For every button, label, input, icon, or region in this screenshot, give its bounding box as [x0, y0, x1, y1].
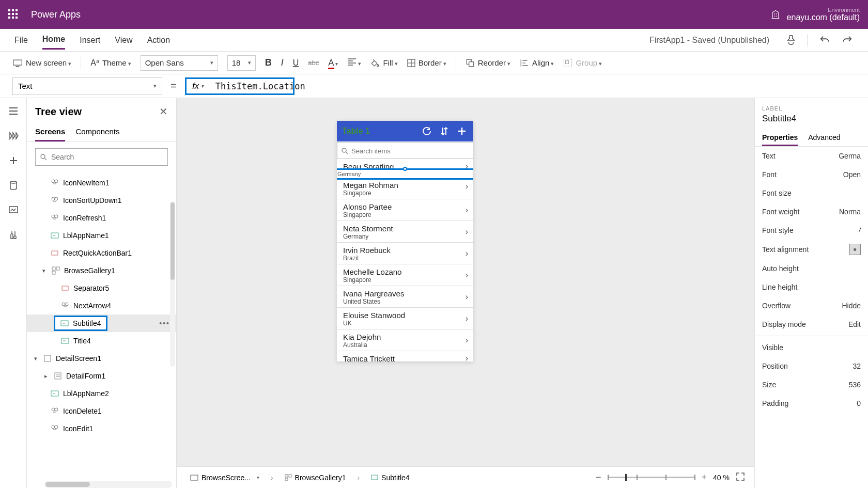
undo-button[interactable]: [818, 34, 831, 46]
chevron-right-icon[interactable]: ›: [466, 314, 468, 323]
align-buttons[interactable]: ≡: [849, 244, 861, 255]
prop-text[interactable]: TextGerma: [755, 147, 868, 165]
menu-view[interactable]: View: [115, 32, 132, 49]
text-align-button[interactable]: [347, 58, 361, 67]
tab-screens[interactable]: Screens: [35, 123, 65, 141]
list-item[interactable]: Neta StormentGermany›: [337, 221, 473, 243]
property-selector[interactable]: Text▾: [12, 77, 162, 95]
prop-text-align[interactable]: Text alignment ≡: [755, 240, 868, 259]
tree-item-title4[interactable]: Title4: [27, 332, 176, 350]
list-item[interactable]: Mechelle LozanoSingapore›: [337, 264, 473, 286]
tools-icon[interactable]: [8, 229, 19, 241]
app-checker-icon[interactable]: [785, 34, 797, 46]
tree-item-browsegallery[interactable]: ▾BrowseGallery1: [27, 262, 176, 279]
tree-item-nextarrow[interactable]: NextArrow4: [27, 297, 176, 314]
menu-insert[interactable]: Insert: [80, 32, 100, 49]
prop-overflow[interactable]: OverflowHidde: [755, 296, 868, 315]
tree-item-detailform[interactable]: ▸DetailForm1: [27, 367, 176, 385]
resize-handle[interactable]: [403, 167, 407, 171]
chevron-right-icon[interactable]: ›: [466, 354, 468, 362]
chevron-right-icon[interactable]: ›: [466, 162, 468, 171]
waffle-icon[interactable]: [8, 9, 19, 20]
insert-icon[interactable]: [8, 155, 19, 166]
tree-search-input[interactable]: [51, 153, 163, 161]
list-item[interactable]: Tamica Trickett›: [337, 351, 473, 361]
list-item[interactable]: Megan RohmanSingapore›: [337, 174, 473, 199]
chevron-right-icon[interactable]: ›: [466, 292, 468, 302]
redo-button[interactable]: [841, 34, 854, 46]
prop-display-mode[interactable]: Display modeEdit: [755, 315, 868, 334]
chevron-right-icon[interactable]: ›: [466, 336, 468, 345]
list-item[interactable]: Alonso ParteeSingapore›: [337, 199, 473, 221]
menu-file[interactable]: File: [14, 32, 28, 49]
environment-picker[interactable]: Environment enayu.com (default): [770, 7, 860, 22]
prop-auto-height[interactable]: Auto height: [755, 259, 868, 278]
align-button[interactable]: Align: [520, 58, 554, 68]
prop-font-style[interactable]: Font style/: [755, 221, 868, 240]
menu-home[interactable]: Home: [42, 30, 65, 50]
tree-item-iconsort[interactable]: IconSortUpDown1: [27, 192, 176, 209]
data-icon[interactable]: [8, 180, 19, 191]
tree-item-lblapp2[interactable]: LblAppName2: [27, 385, 176, 402]
zoom-out-button[interactable]: −: [596, 472, 601, 483]
breadcrumb-screen[interactable]: BrowseScree...▾: [186, 471, 264, 484]
border-button[interactable]: Border: [407, 58, 446, 67]
tree-item-iconnew[interactable]: IconNewItem1: [27, 174, 176, 192]
zoom-slider[interactable]: [608, 477, 695, 478]
prop-visible[interactable]: Visible: [755, 338, 868, 357]
tree-search[interactable]: [35, 148, 168, 166]
sort-icon[interactable]: [438, 127, 451, 136]
prop-font-size[interactable]: Font size: [755, 184, 868, 202]
italic-button[interactable]: I: [281, 57, 284, 68]
underline-button[interactable]: U: [293, 58, 299, 68]
canvas-area[interactable]: Table 1 Beau Spratling Germany: [177, 98, 754, 488]
list-item[interactable]: Irvin RoebuckBrazil›: [337, 243, 473, 264]
tree-view-icon[interactable]: [8, 130, 19, 141]
chevron-right-icon[interactable]: ›: [466, 271, 468, 280]
menu-action[interactable]: Action: [147, 32, 170, 49]
reorder-button[interactable]: Reorder: [466, 58, 510, 68]
tree-item-detailscreen[interactable]: ▾DetailScreen1: [27, 350, 176, 367]
font-size-select[interactable]: 18▾: [227, 55, 256, 71]
tree-item-subtitle[interactable]: Subtitle4 •••: [27, 314, 176, 332]
close-tree-button[interactable]: ✕: [159, 105, 168, 118]
group-button[interactable]: Group: [563, 58, 602, 68]
tree-item-more-button[interactable]: •••: [159, 319, 170, 327]
tab-advanced[interactable]: Advanced: [808, 130, 840, 146]
phone-search[interactable]: [337, 143, 473, 159]
tree-item-rectqab[interactable]: RectQuickActionBar1: [27, 244, 176, 262]
phone-search-input[interactable]: [351, 147, 469, 155]
chevron-right-icon[interactable]: ›: [466, 227, 468, 237]
add-icon[interactable]: [456, 127, 468, 136]
tree-item-lblapp1[interactable]: LblAppName1: [27, 227, 176, 244]
tree-item-iconrefresh[interactable]: IconRefresh1: [27, 209, 176, 227]
tree-horizontal-scrollbar[interactable]: [44, 481, 172, 488]
theme-button[interactable]: AᵃTheme: [90, 58, 131, 68]
list-item[interactable]: Beau Spratling Germany ›: [337, 159, 473, 174]
prop-padding[interactable]: Padding0: [755, 394, 868, 413]
list-item[interactable]: Elouise StanwoodUK›: [337, 308, 473, 329]
list-item[interactable]: Ivana HargreavesUnited States›: [337, 286, 473, 308]
tree-vertical-scrollbar[interactable]: [170, 201, 175, 367]
formula-input[interactable]: ThisItem.Location: [210, 79, 293, 93]
chevron-right-icon[interactable]: ›: [466, 206, 468, 215]
zoom-in-button[interactable]: +: [702, 472, 707, 483]
new-screen-button[interactable]: New screen: [12, 58, 71, 67]
align-left-button[interactable]: ≡: [849, 244, 861, 255]
strikethrough-button[interactable]: abc: [308, 59, 319, 67]
tree-item-icondelete[interactable]: IconDelete1: [27, 402, 176, 420]
list-item[interactable]: Kia DejohnAustralia›: [337, 329, 473, 351]
chevron-right-icon[interactable]: ›: [466, 182, 468, 191]
tab-properties[interactable]: Properties: [762, 130, 798, 146]
tree-item-iconedit[interactable]: IconEdit1: [27, 420, 176, 437]
fill-button[interactable]: Fill: [370, 58, 397, 68]
fit-screen-button[interactable]: [736, 472, 745, 483]
tree-item-separator[interactable]: Separator5: [27, 279, 176, 297]
media-icon[interactable]: [8, 204, 19, 216]
breadcrumb-gallery[interactable]: BrowseGallery1: [281, 471, 350, 484]
prop-size[interactable]: Size536: [755, 375, 868, 394]
font-color-button[interactable]: A ▾: [328, 58, 338, 68]
tab-components[interactable]: Components: [75, 123, 119, 141]
bold-button[interactable]: B: [265, 57, 272, 68]
chevron-right-icon[interactable]: ›: [466, 249, 468, 258]
